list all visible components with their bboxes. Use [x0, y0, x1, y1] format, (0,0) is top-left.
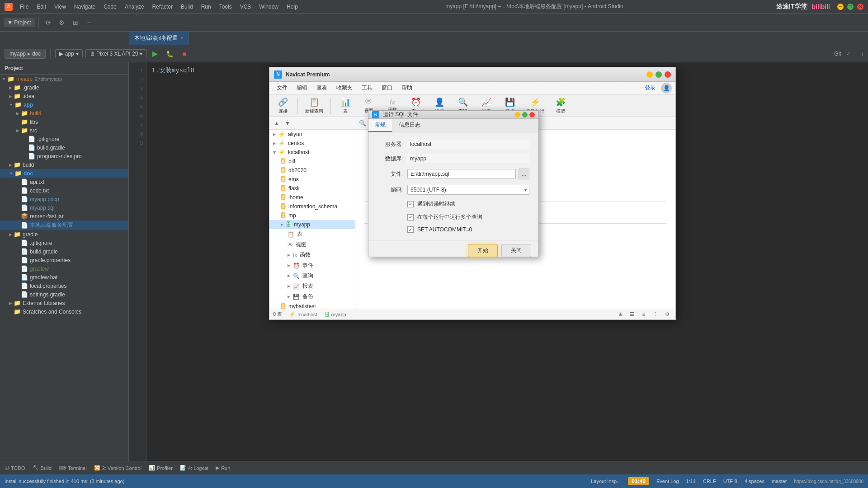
run-button[interactable]: ▶ [149, 48, 161, 60]
tree-item-myapp-sql[interactable]: ▶ 📄 myapp.sql [0, 203, 128, 212]
tree-item-build2[interactable]: ▶ 📁 build [0, 160, 128, 169]
tree-item-build-gradle-app[interactable]: ▶ 📄 build.gradle [0, 143, 128, 152]
tree-item-gradlew-bat[interactable]: ▶ 📄 gradlew.bat [0, 273, 128, 282]
nav-tree-mybatistest[interactable]: 🗄 mybatistest [269, 302, 355, 309]
nav-tree-ihome[interactable]: 🗄 ihome [269, 193, 355, 202]
sql-tab-general[interactable]: 常规 [368, 119, 392, 132]
nav-tree-localhost[interactable]: ▶ ⚡ localhost [269, 148, 355, 157]
compact-view-icon[interactable]: ⋮ [651, 310, 660, 319]
logcat-button[interactable]: 📝 4: Logcat [180, 465, 208, 471]
minimize-button[interactable]: ─ [837, 4, 844, 10]
project-run-btn[interactable]: myapp ▸ doc [5, 49, 46, 59]
gear-icon[interactable]: ⚙ [56, 17, 68, 28]
nav-tree-myapp[interactable]: ▶ 🗄 myapp [269, 220, 355, 229]
menu-build[interactable]: Build [177, 3, 197, 11]
tree-item-myapp-pxcp[interactable]: ▶ 📄 myapp.pxcp [0, 195, 128, 203]
tree-item-local-props[interactable]: ▶ 📄 local.properties [0, 282, 128, 290]
sql-close-btn[interactable] [529, 112, 535, 117]
sql-checkbox-1[interactable]: ✓ [407, 201, 414, 207]
tree-arrow[interactable]: ▼ [2, 77, 6, 81]
sql-file-input[interactable]: E:\ttit\myapp.sql [407, 169, 516, 179]
version-control-button[interactable]: 🔀 2: Version Control [94, 465, 142, 471]
nav-tree-func-cat[interactable]: ▶ fx 函数 [269, 250, 355, 260]
nav-menu-file[interactable]: 文件 [273, 83, 291, 93]
tree-arrow[interactable]: ▶ [9, 301, 12, 305]
nav-tree-aliyun[interactable]: ▶ ⚡ aliyun [269, 130, 355, 139]
debug-button[interactable]: 🐛 [164, 48, 175, 60]
sql-close-button[interactable]: 关闭 [501, 244, 531, 257]
nav-user-avatar[interactable]: 👤 [661, 83, 672, 94]
tree-arrow[interactable]: ▶ [9, 85, 12, 90]
sql-maximize-btn[interactable] [522, 112, 528, 117]
nav-tree-mp[interactable]: 🗄 mp [269, 211, 355, 220]
sql-checkbox-2[interactable]: ✓ [407, 214, 414, 221]
sql-browse-button[interactable]: … [519, 169, 529, 179]
sql-tab-log[interactable]: 信息日志 [392, 119, 427, 132]
menu-file[interactable]: File [16, 3, 32, 11]
stop-button[interactable]: ■ [178, 48, 190, 60]
nav-scroll-down[interactable]: ▼ [283, 119, 292, 128]
close-button[interactable]: ✕ [857, 4, 863, 10]
terminal-button[interactable]: ⌨ Terminal [59, 465, 87, 471]
navicat-maximize-btn[interactable] [656, 71, 662, 78]
layout-inspector-label[interactable]: Layout Insp... [591, 479, 621, 484]
nav-tool-model[interactable]: 🧩 模型 [551, 95, 571, 116]
sql-encoding-value[interactable]: 65001 (UTF-8) [407, 185, 529, 195]
tree-arrow[interactable]: ▶ [9, 232, 12, 237]
collapse-icon[interactable]: − [83, 17, 95, 28]
tree-item-settings-gradle[interactable]: ▶ 📄 settings.gradle [0, 290, 128, 299]
nav-tree-db2020[interactable]: 🗄 db2020 [269, 166, 355, 175]
tree-item-jar[interactable]: ▶ 📦 renren-fast.jar [0, 212, 128, 221]
tree-item-gradlew[interactable]: ▶ 📄 gradlew [0, 264, 128, 273]
tree-item-gitignore2[interactable]: ▶ 📄 .gitignore [0, 239, 128, 247]
nav-tree-ems[interactable]: 🗄 ems [269, 175, 355, 184]
tree-item-proguard[interactable]: ▶ 📄 proguard-rules.pro [0, 152, 128, 160]
nav-tool-table[interactable]: 📊 表 [335, 95, 355, 116]
tree-item-api[interactable]: ▶ 📄 api.txt [0, 178, 128, 186]
tree-item-code[interactable]: ▶ 📄 code.txt [0, 186, 128, 195]
nav-menu-edit[interactable]: 编辑 [293, 83, 311, 93]
tree-item-local-config[interactable]: ▶ 📄 本地后端服务配置 [0, 221, 128, 230]
tree-item-libs[interactable]: ▶ 📁 libs [0, 117, 128, 126]
menu-run[interactable]: Run [198, 3, 215, 11]
nav-tree-table[interactable]: 📋 表 [269, 229, 355, 239]
menu-window[interactable]: Window [255, 3, 282, 11]
nav-menu-window[interactable]: 窗口 [378, 83, 396, 93]
tree-item-scratches[interactable]: ▶ 📁 Scratches and Consoles [0, 307, 128, 316]
maximize-button[interactable]: □ [847, 4, 854, 10]
sql-minimize-btn[interactable] [515, 112, 520, 117]
nav-tree-centos[interactable]: ▶ ⚡ centos [269, 139, 355, 148]
tree-arrow[interactable]: ▼ [9, 171, 13, 176]
tree-item-build-gradle2[interactable]: ▶ 📄 build.gradle [0, 247, 128, 256]
tree-item-build[interactable]: ▶ 📁 build [0, 109, 128, 117]
menu-navigate[interactable]: Navigate [71, 3, 99, 11]
device-selector[interactable]: 🖥 Pixel 3 XL API 29 ▾ [85, 49, 147, 58]
nav-tree-bill[interactable]: 🗄 bill [269, 157, 355, 166]
nav-login-btn[interactable]: 登录 [641, 83, 659, 93]
tree-item-myapp-root[interactable]: ▼ 📁 myapp E:\ttit\myapp [0, 75, 128, 83]
nav-tree-view-cat[interactable]: 👁 视图 [269, 239, 355, 250]
tree-item-gradle2[interactable]: ▶ 📁 gradle [0, 230, 128, 239]
nav-tree-report-cat[interactable]: ▶ 📈 报表 [269, 281, 355, 291]
nav-menu-favorites[interactable]: 收藏夹 [333, 83, 356, 93]
sql-checkbox-3[interactable]: ✓ [407, 226, 414, 233]
tab-doc[interactable]: 本地后端服务配置 × [129, 32, 189, 45]
sql-start-button[interactable]: 开始 [468, 244, 498, 257]
tree-arrow[interactable]: ▶ [16, 111, 19, 116]
tree-item-src[interactable]: ▶ 📁 src [0, 126, 128, 135]
grid-view-icon[interactable]: ⊞ [616, 310, 625, 319]
nav-tree-info-schema[interactable]: 🗄 information_schema [269, 202, 355, 211]
nav-tree-event-cat[interactable]: ▶ ⏰ 事件 [269, 260, 355, 271]
menu-refactor[interactable]: Refactor [149, 3, 176, 11]
sync-icon[interactable]: ⟳ [42, 17, 54, 28]
tree-item-external-libs[interactable]: ▶ 📁 External Libraries [0, 299, 128, 307]
list-view-icon[interactable]: ☰ [627, 310, 637, 319]
nav-tool-query[interactable]: 📋 新建查询 [302, 95, 326, 116]
nav-menu-help[interactable]: 帮助 [398, 83, 416, 93]
menu-edit[interactable]: Edit [33, 3, 50, 11]
detail-view-icon[interactable]: ≡ [639, 310, 648, 319]
run-output-button[interactable]: ▶ Run [216, 465, 230, 471]
todo-button[interactable]: ☑ TODO [5, 465, 25, 471]
tree-item-gradle-props[interactable]: ▶ 📄 gradle.properties [0, 256, 128, 264]
tab-close-icon[interactable]: × [180, 36, 183, 41]
